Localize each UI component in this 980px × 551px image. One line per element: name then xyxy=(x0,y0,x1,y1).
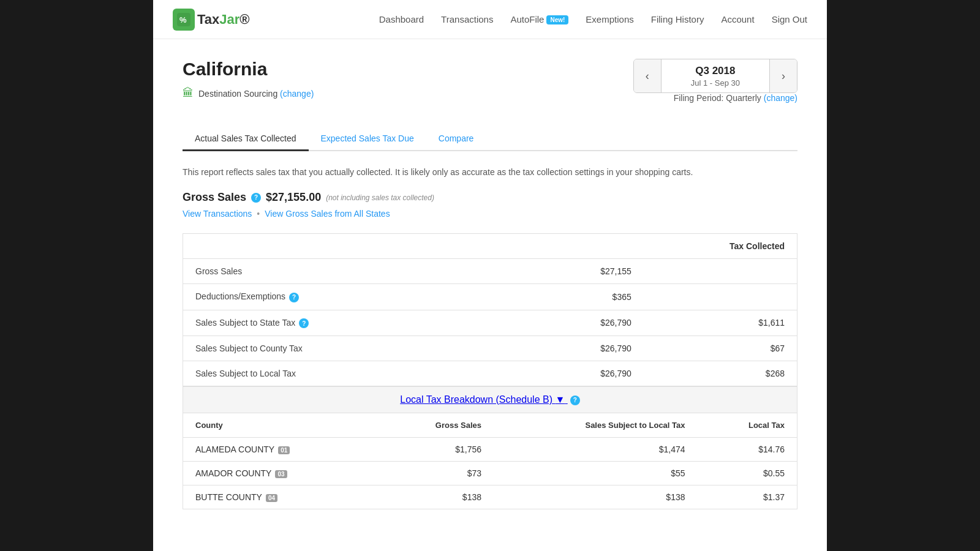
schedule-b-chevron-icon: ▼ xyxy=(555,394,565,405)
summary-table-row: Sales Subject to State Tax?$26,790$1,611 xyxy=(183,310,797,336)
summary-col2-header xyxy=(490,234,644,259)
sourcing-change-link[interactable]: (change) xyxy=(280,89,314,99)
tab-expected[interactable]: Expected Sales Tax Due xyxy=(309,127,426,151)
page-title: California xyxy=(183,59,314,80)
summary-table-row: Sales Subject to Local Tax$26,790$268 xyxy=(183,361,797,386)
view-gross-sales-link[interactable]: View Gross Sales from All States xyxy=(265,209,390,219)
quarter-dates: Jul 1 - Sep 30 xyxy=(691,78,740,88)
nav-links: DashboardTransactionsAutoFileNew!Exempti… xyxy=(379,14,807,25)
destination-icon: 🏛 xyxy=(183,87,194,100)
page-title-row: California 🏛 Destination Sourcing (chang… xyxy=(183,59,797,115)
nav-link-sign-out[interactable]: Sign Out xyxy=(772,14,807,24)
quarter-info: Q3 2018 Jul 1 - Sep 30 xyxy=(661,59,770,92)
county-table-row: AMADOR COUNTY03$73$55$0.55 xyxy=(183,462,797,485)
nav-link-filing-history[interactable]: Filing History xyxy=(651,14,704,24)
summary-table-row: Gross Sales$27,155 xyxy=(183,259,797,284)
nav-link-exemptions[interactable]: Exemptions xyxy=(586,14,633,24)
view-links: View Transactions • View Gross Sales fro… xyxy=(183,209,797,219)
tab-actual[interactable]: Actual Sales Tax Collected xyxy=(183,127,309,151)
filing-period-row: Filing Period: Quarterly (change) xyxy=(633,93,797,103)
county-table-header: Local Tax xyxy=(698,413,797,438)
county-badge: 01 xyxy=(278,446,290,454)
summary-col3-header: Tax Collected xyxy=(644,234,797,259)
quarter-selector: ‹ Q3 2018 Jul 1 - Sep 30 › xyxy=(633,59,797,93)
navbar: % TaxJar® DashboardTransactionsAutoFileN… xyxy=(153,0,827,39)
nav-link-autofile[interactable]: AutoFileNew! xyxy=(510,14,568,24)
sourcing-text: Destination Sourcing (change) xyxy=(198,89,314,99)
county-table-header: Gross Sales xyxy=(378,413,494,438)
gross-sales-note: (not including sales tax collected) xyxy=(326,193,434,202)
nav-link-account[interactable]: Account xyxy=(721,14,754,24)
gross-sales-amount: $27,155.00 xyxy=(266,191,321,204)
row-info-icon[interactable]: ? xyxy=(299,318,309,328)
report-description: This report reflects sales tax that you … xyxy=(183,166,797,179)
gross-sales-row: Gross Sales ? $27,155.00 (not including … xyxy=(183,191,797,204)
gross-sales-label: Gross Sales xyxy=(183,191,246,204)
nav-link-dashboard[interactable]: Dashboard xyxy=(379,14,424,24)
logo-text: TaxJar® xyxy=(197,12,250,28)
county-badge: 04 xyxy=(266,494,277,502)
tab-compare[interactable]: Compare xyxy=(426,127,486,151)
summary-table-row: Sales Subject to County Tax$26,790$67 xyxy=(183,336,797,361)
county-table-row: BUTTE COUNTY04$138$138$1.37 xyxy=(183,485,797,509)
next-quarter-button[interactable]: › xyxy=(770,59,797,92)
schedule-b-header: Local Tax Breakdown (Schedule B) ▼ ? xyxy=(183,386,797,413)
nav-link-transactions[interactable]: Transactions xyxy=(441,14,493,24)
summary-table-row: Deductions/Exemptions?$365 xyxy=(183,284,797,310)
logo[interactable]: % TaxJar® xyxy=(173,9,250,31)
main-content: California 🏛 Destination Sourcing (chang… xyxy=(153,39,827,529)
separator: • xyxy=(257,209,260,219)
county-table-row: ALAMEDA COUNTY01$1,756$1,474$14.76 xyxy=(183,438,797,462)
county-table-header: Sales Subject to Local Tax xyxy=(494,413,698,438)
county-badge: 03 xyxy=(275,470,287,478)
county-table: CountyGross SalesSales Subject to Local … xyxy=(183,413,797,509)
svg-text:%: % xyxy=(179,15,187,24)
tabs: Actual Sales Tax CollectedExpected Sales… xyxy=(183,127,797,151)
schedule-b-link[interactable]: Local Tax Breakdown (Schedule B) ▼ xyxy=(400,394,567,405)
row-info-icon[interactable]: ? xyxy=(289,293,299,302)
view-transactions-link[interactable]: View Transactions xyxy=(183,209,252,219)
summary-col1-header xyxy=(183,234,491,259)
filing-period-change-link[interactable]: (change) xyxy=(764,93,797,103)
sourcing-row: 🏛 Destination Sourcing (change) xyxy=(183,87,314,100)
prev-quarter-button[interactable]: ‹ xyxy=(634,59,661,92)
summary-table: Tax Collected Gross Sales$27,155Deductio… xyxy=(183,233,797,386)
schedule-b-help-icon[interactable]: ? xyxy=(570,395,580,405)
quarter-label: Q3 2018 xyxy=(691,65,740,77)
logo-icon: % xyxy=(173,9,195,31)
gross-sales-info-icon[interactable]: ? xyxy=(251,193,261,203)
county-table-header: County xyxy=(183,413,379,438)
